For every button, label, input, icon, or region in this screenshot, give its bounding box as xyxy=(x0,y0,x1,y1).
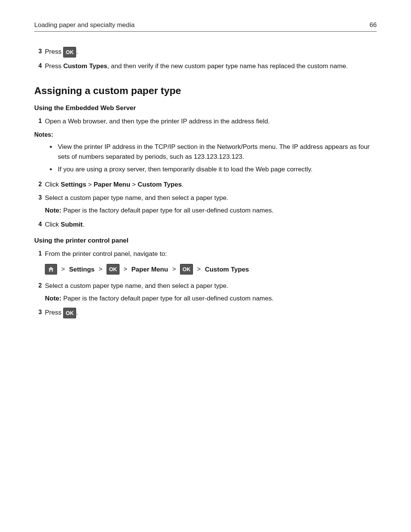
ok-button-icon: OK xyxy=(107,264,119,275)
sep: > xyxy=(172,265,176,273)
web-step-3: 3Select a custom paper type name, and th… xyxy=(34,193,377,203)
ok-button-icon: OK xyxy=(63,308,76,318)
path-settings: Settings xyxy=(69,265,94,273)
step-text: Press xyxy=(45,309,63,316)
step-3-press-ok: 3Press OK. xyxy=(34,47,377,58)
step-4-custom-types: 4Press Custom Types, and then verify if … xyxy=(34,61,377,71)
sep: > xyxy=(130,181,137,188)
step-number: 3 xyxy=(34,47,42,56)
sep: > xyxy=(86,181,94,188)
panel-step-3: 3Press OK. xyxy=(34,308,377,318)
home-icon xyxy=(45,264,57,275)
step-number: 1 xyxy=(34,249,42,258)
step-number: 4 xyxy=(34,61,42,70)
path-custom-types: Custom Types xyxy=(205,265,249,273)
web-step-2: 2Click Settings > Paper Menu > Custom Ty… xyxy=(34,180,377,190)
step-bold: Custom Types xyxy=(63,62,107,70)
step-bold: Submit xyxy=(61,221,83,228)
section-heading: Assigning a custom paper type xyxy=(34,85,377,97)
ok-button-icon: OK xyxy=(180,264,193,275)
step-text: Select a custom paper type name, and the… xyxy=(45,194,228,201)
step-number: 2 xyxy=(34,281,42,290)
note-label: Note: xyxy=(45,207,63,214)
step-text: Select a custom paper type name, and the… xyxy=(45,282,228,289)
note-bullet: View the printer IP address in the TCP/I… xyxy=(56,142,377,161)
step-number: 1 xyxy=(34,117,42,126)
step-number: 2 xyxy=(34,180,42,189)
step-text: . xyxy=(76,48,78,55)
step-text: , and then verify if the new custom pape… xyxy=(107,62,348,70)
nav-path: > Settings > OK > Paper Menu > OK > Cust… xyxy=(45,263,377,276)
notes-list: View the printer IP address in the TCP/I… xyxy=(34,142,377,174)
path-paper-menu: Paper Menu xyxy=(131,265,168,273)
step-bold: Settings xyxy=(61,181,86,188)
sep: > xyxy=(99,265,102,273)
note-label: Note: xyxy=(45,295,63,302)
panel-note-line: Note: Paper is the factory default paper… xyxy=(45,295,377,302)
header-page-number: 66 xyxy=(370,21,377,29)
panel-step-1: 1From the printer control panel, navigat… xyxy=(34,249,377,259)
step-number: 3 xyxy=(34,193,42,202)
subsection-heading-web: Using the Embedded Web Server xyxy=(34,104,377,112)
step-bold: Paper Menu xyxy=(94,181,130,188)
step-text: Press xyxy=(45,48,63,55)
subsection-heading-panel: Using the printer control panel xyxy=(34,237,377,244)
step-number: 3 xyxy=(34,308,42,317)
sep: > xyxy=(61,265,65,273)
web-step-1: 1Open a Web browser, and then type the p… xyxy=(34,117,377,126)
page-header: Loading paper and specialty media 66 xyxy=(34,21,377,32)
note-bullet: If you are using a proxy server, then te… xyxy=(56,165,377,174)
ok-button-icon: OK xyxy=(63,47,76,58)
step-text: . xyxy=(182,181,184,188)
step-text: . xyxy=(76,309,78,316)
document-page: Loading paper and specialty media 66 3Pr… xyxy=(0,0,411,532)
header-section-title: Loading paper and specialty media xyxy=(34,21,135,29)
sep: > xyxy=(197,265,201,273)
step-text: Press xyxy=(45,62,63,70)
step-text: . xyxy=(83,221,84,228)
web-step-4: 4Click Submit. xyxy=(34,220,377,230)
note-text: Paper is the factory default paper type … xyxy=(63,207,274,214)
note-text: Paper is the factory default paper type … xyxy=(63,295,274,302)
step-number: 4 xyxy=(34,220,42,229)
web-note-line: Note: Paper is the factory default paper… xyxy=(45,207,377,214)
sep: > xyxy=(124,265,127,273)
step-bold: Custom Types xyxy=(138,181,182,188)
panel-step-2: 2Select a custom paper type name, and th… xyxy=(34,281,377,291)
step-text: Open a Web browser, and then type the pr… xyxy=(45,118,270,125)
step-text: From the printer control panel, navigate… xyxy=(45,250,167,257)
step-text: Click xyxy=(45,181,61,188)
step-text: Click xyxy=(45,221,61,228)
notes-label: Notes: xyxy=(34,131,377,138)
